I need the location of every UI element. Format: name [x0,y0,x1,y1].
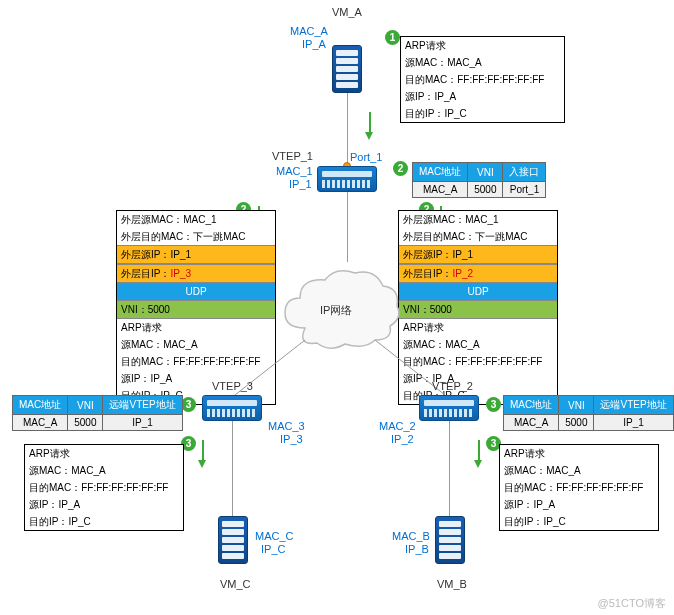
vm-b-mac: MAC_B [392,530,430,542]
vtep1-switch-icon [317,166,377,192]
td-mac: MAC_A [13,415,68,431]
vm-c-ip: IP_C [261,543,285,555]
th-vtep: 远端VTEP地址 [594,396,673,415]
td-vni: 5000 [68,415,103,431]
outer-src-mac: 外层源MAC：MAC_1 [399,211,557,228]
connector-line [347,192,348,262]
arp-src-ip: 源IP：IP_A [500,496,658,513]
td-mac: MAC_A [413,182,468,198]
vm-b-server-icon [435,516,465,564]
connector-line [449,421,450,516]
vm-c-server-icon [218,516,248,564]
badge-step-1: 1 [385,30,400,45]
arp-dst-mac: 目的MAC：FF:FF:FF:FF:FF:FF [500,479,658,496]
th-vni: VNI [468,163,503,182]
arp-dst-mac: 目的MAC：FF:FF:FF:FF:FF:FF [25,479,183,496]
arrow-line [478,440,480,462]
vtep1-mac: MAC_1 [276,165,313,177]
udp-layer: UDP [117,283,275,301]
mac-table-top: MAC地址VNI入接口 MAC_A5000Port_1 [412,162,546,198]
vtep2-name: VTEP_2 [432,380,473,392]
arp-src-mac: 源MAC：MAC_A [25,462,183,479]
outer-dst-mac: 外层目的MAC：下一跳MAC [117,228,275,245]
th-vni: VNI [559,396,594,415]
arp-src-mac: 源MAC：MAC_A [401,54,564,71]
th-mac: MAC地址 [13,396,68,415]
vtep2-mac: MAC_2 [379,420,416,432]
arp-title: ARP请求 [117,319,275,336]
watermark: @51CTO博客 [598,596,666,611]
vm-a-mac: MAC_A [290,25,328,37]
badge-step-3a: 3 [181,397,196,412]
udp-layer: UDP [399,283,557,301]
arp-dst-ip: 目的IP：IP_C [401,105,564,122]
arp-title: ARP请求 [401,37,564,54]
th-mac: MAC地址 [413,163,468,182]
vtep3-name: VTEP_3 [212,380,253,392]
outer-src-ip: 外层源IP：IP_1 [399,245,557,264]
vtep2-switch-icon [419,395,479,421]
th-mac: MAC地址 [504,396,559,415]
badge-step-3b: 3 [486,397,501,412]
arrow-line [202,440,204,462]
arp-title: ARP请求 [500,445,658,462]
arp-dst-ip: 目的IP：IP_C [25,513,183,530]
outer-dst-ip: 外层目IP：IP_3 [117,264,275,283]
arp-request-box-top: ARP请求 源MAC：MAC_A 目的MAC：FF:FF:FF:FF:FF:FF… [400,36,565,123]
vm-b-name: VM_B [437,578,467,590]
td-ip: IP_1 [103,415,182,431]
arp-src-mac: 源MAC：MAC_A [500,462,658,479]
vtep1-name: VTEP_1 [272,150,313,162]
outer-src-ip: 外层源IP：IP_1 [117,245,275,264]
vtep3-ip: IP_3 [280,433,303,445]
vm-c-mac: MAC_C [255,530,294,542]
th-vtep: 远端VTEP地址 [103,396,182,415]
mac-table-right: MAC地址VNI远端VTEP地址 MAC_A5000IP_1 [503,395,674,431]
vni-layer: VNI：5000 [117,301,275,319]
td-ip: IP_1 [594,415,673,431]
vm-c-name: VM_C [220,578,251,590]
arp-request-box-right: ARP请求 源MAC：MAC_A 目的MAC：FF:FF:FF:FF:FF:FF… [499,444,659,531]
vtep3-mac: MAC_3 [268,420,305,432]
arp-request-box-left: ARP请求 源MAC：MAC_A 目的MAC：FF:FF:FF:FF:FF:FF… [24,444,184,531]
arrow-down-icon [365,132,373,140]
vtep3-switch-icon [202,395,262,421]
cloud-label: IP网络 [320,303,352,318]
arp-src-ip: 源IP：IP_A [401,88,564,105]
vm-a-ip: IP_A [302,38,326,50]
connector-line [232,421,233,516]
vm-a-name: VM_A [332,6,362,18]
arp-dst-ip: 目的IP：IP_C [500,513,658,530]
arp-title: ARP请求 [399,319,557,336]
arrow-line [369,112,371,134]
mac-table-left: MAC地址VNI远端VTEP地址 MAC_A5000IP_1 [12,395,183,431]
vm-a-server-icon [332,45,362,93]
arp-src-ip: 源IP：IP_A [25,496,183,513]
arp-title: ARP请求 [25,445,183,462]
arrow-down-icon [198,460,206,468]
vtep2-ip: IP_2 [391,433,414,445]
th-port: 入接口 [503,163,546,182]
diagram-root: VM_A MAC_A IP_A 1 ARP请求 源MAC：MAC_A 目的MAC… [0,0,674,615]
td-vni: 5000 [468,182,503,198]
connector-line [347,93,348,165]
arp-dst-mac: 目的MAC：FF:FF:FF:FF:FF:FF [401,71,564,88]
outer-dst-mac: 外层目的MAC：下一跳MAC [399,228,557,245]
outer-dst-ip: 外层目IP：IP_2 [399,264,557,283]
td-vni: 5000 [559,415,594,431]
td-port: Port_1 [503,182,546,198]
vtep1-ip: IP_1 [289,178,312,190]
td-mac: MAC_A [504,415,559,431]
arrow-down-icon [474,460,482,468]
vm-b-ip: IP_B [405,543,429,555]
th-vni: VNI [68,396,103,415]
vtep1-port: Port_1 [350,151,382,163]
vni-layer: VNI：5000 [399,301,557,319]
badge-step-2a: 2 [393,161,408,176]
outer-src-mac: 外层源MAC：MAC_1 [117,211,275,228]
